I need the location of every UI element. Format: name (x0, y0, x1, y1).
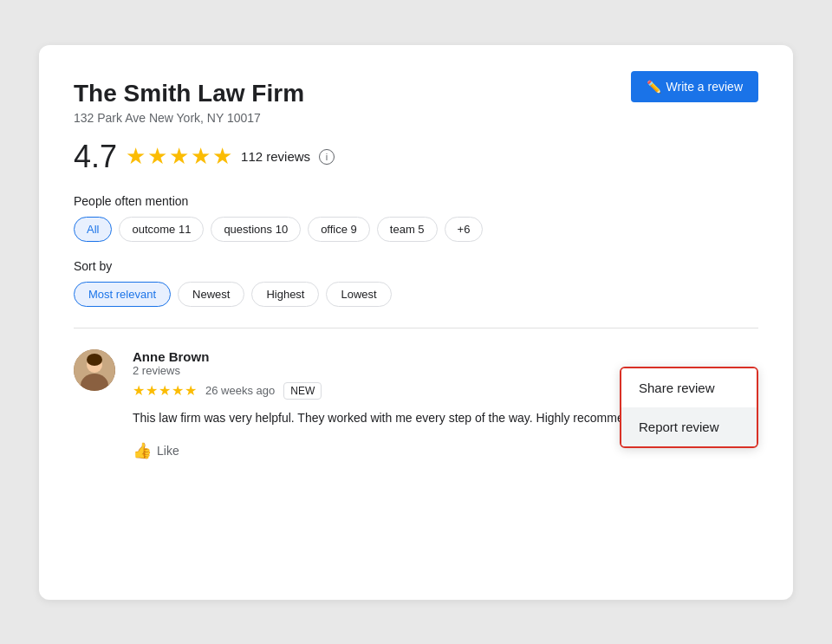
mention-chip-outcome[interactable]: outcome 11 (119, 217, 204, 242)
review-star-4: ★ (172, 382, 184, 399)
review-count: 112 reviews (241, 149, 310, 164)
rating-stars: ★ ★ ★ ★ ★ (126, 143, 232, 170)
like-label: Like (157, 444, 179, 458)
write-review-label: Write a review (666, 80, 743, 94)
divider (74, 328, 758, 329)
star-1: ★ (126, 143, 146, 170)
sort-chip-lowest[interactable]: Lowest (326, 282, 391, 307)
rating-number: 4.7 (74, 139, 117, 175)
review-section: Anne Brown 2 reviews ★ ★ ★ ★ ★ 26 weeks … (74, 349, 758, 460)
svg-point-3 (87, 354, 102, 366)
firm-address: 132 Park Ave New York, NY 10017 (74, 111, 758, 125)
sort-chip-highest[interactable]: Highest (251, 282, 319, 307)
report-review-button[interactable]: Report review (621, 407, 757, 446)
main-card: ✏️ Write a review The Smith Law Firm 132… (39, 45, 793, 600)
info-icon[interactable]: i (319, 149, 335, 165)
avatar-image (74, 349, 115, 391)
star-5: ★ (212, 143, 232, 170)
share-review-button[interactable]: Share review (621, 368, 757, 407)
sort-label: Sort by (74, 259, 758, 273)
write-review-button[interactable]: ✏️ Write a review (631, 71, 758, 102)
review-star-2: ★ (146, 382, 158, 399)
sort-row: Most relevant Newest Highest Lowest (74, 282, 758, 307)
mentions-row: All outcome 11 questions 10 office 9 tea… (74, 217, 758, 242)
mention-chip-office[interactable]: office 9 (308, 217, 370, 242)
sort-chip-newest[interactable]: Newest (178, 282, 244, 307)
mention-chip-all[interactable]: All (74, 217, 112, 242)
mentions-label: People often mention (74, 194, 758, 208)
avatar (74, 349, 115, 391)
star-3: ★ (169, 143, 189, 170)
thumbs-up-icon: 👍 (133, 441, 152, 460)
new-badge: NEW (283, 382, 322, 400)
context-menu: Share review Report review (620, 367, 758, 448)
review-star-5: ★ (185, 382, 197, 399)
mention-chip-more[interactable]: +6 (445, 217, 484, 242)
review-star-1: ★ (133, 382, 145, 399)
review-star-3: ★ (159, 382, 171, 399)
review-stars: ★ ★ ★ ★ ★ (133, 382, 197, 399)
star-4: ★ (191, 143, 211, 170)
sort-chip-most-relevant[interactable]: Most relevant (74, 282, 171, 307)
rating-row: 4.7 ★ ★ ★ ★ ★ 112 reviews i (74, 139, 758, 175)
mention-chip-team[interactable]: team 5 (377, 217, 438, 242)
review-time: 26 weeks ago (205, 384, 275, 397)
star-2: ★ (147, 143, 167, 170)
reviewer-name: Anne Brown (133, 349, 758, 364)
pencil-icon: ✏️ (647, 80, 661, 94)
like-button[interactable]: 👍 Like (133, 441, 179, 460)
mention-chip-questions[interactable]: questions 10 (211, 217, 301, 242)
